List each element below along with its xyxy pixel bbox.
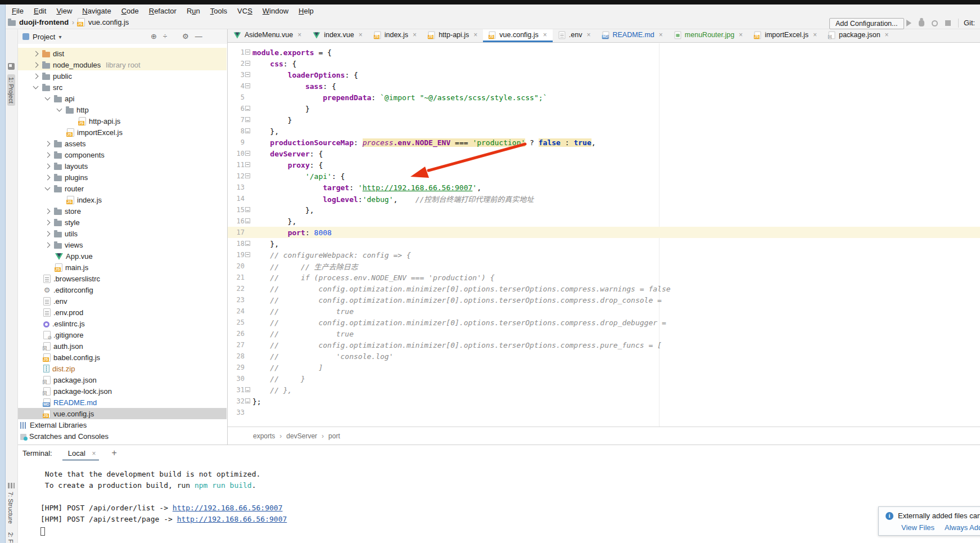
debug-icon[interactable] <box>919 20 924 26</box>
close-icon[interactable]: × <box>92 450 96 457</box>
tree-item-package-json[interactable]: package.json <box>18 374 227 385</box>
tree-item-gitignore[interactable]: .gitignore <box>18 329 227 340</box>
close-icon[interactable]: × <box>739 31 743 39</box>
chevron-right-icon[interactable] <box>33 62 39 68</box>
close-icon[interactable]: × <box>659 31 663 39</box>
tree-item-eslintrc-js[interactable]: .eslintrc.js <box>18 318 227 329</box>
locate-file-icon[interactable]: ⊕ <box>151 32 157 41</box>
close-icon[interactable]: × <box>297 31 301 39</box>
tree-item-editorconfig[interactable]: .editorconfig <box>18 284 227 295</box>
tree-item-api[interactable]: api <box>18 93 227 104</box>
menu-run[interactable]: Run <box>182 7 205 15</box>
tree-item-node-modules[interactable]: node_moduleslibrary root <box>18 59 227 70</box>
tree-item-main-js[interactable]: main.js <box>18 262 227 273</box>
tree-item-http-api-js[interactable]: http-api.js <box>18 115 227 127</box>
chevron-right-icon[interactable] <box>45 141 51 146</box>
collapse-all-icon[interactable]: ÷ <box>163 32 167 41</box>
chevron-right-icon[interactable] <box>45 174 51 180</box>
tree-item-style[interactable]: style <box>18 217 227 228</box>
code-editor[interactable]: 1module.exports = {2 css: {3 loaderOptio… <box>228 43 980 427</box>
project-tree[interactable]: distnode_moduleslibrary rootpublicsrcapi… <box>18 44 227 445</box>
git-branch-widget[interactable]: Git: <box>964 19 975 27</box>
tree-item-src[interactable]: src <box>18 82 227 93</box>
sidebar-item-project[interactable]: 1: Project <box>7 74 15 106</box>
terminal-output[interactable]: Note that the development build is not o… <box>18 463 980 543</box>
tree-item-index-js[interactable]: index.js <box>18 194 227 205</box>
terminal-tab-local[interactable]: Local × <box>67 449 97 457</box>
always-add-link[interactable]: Always Add <box>945 523 980 532</box>
tree-item-router[interactable]: router <box>18 183 227 194</box>
view-files-link[interactable]: View Files <box>901 523 934 532</box>
fold-marker[interactable] <box>245 398 250 403</box>
fold-marker[interactable] <box>245 218 250 223</box>
fold-marker[interactable] <box>245 241 250 246</box>
project-panel-title[interactable]: Project <box>33 33 55 41</box>
menu-edit[interactable]: Edit <box>29 7 51 15</box>
chevron-right-icon[interactable] <box>45 231 51 236</box>
menu-file[interactable]: File <box>7 7 29 15</box>
fold-marker[interactable] <box>245 387 250 392</box>
editor-tab-http-api-js[interactable]: http-api.js× <box>422 29 483 42</box>
fold-marker[interactable] <box>245 207 250 212</box>
close-icon[interactable]: × <box>813 31 817 39</box>
tree-item-assets[interactable]: assets <box>18 138 227 149</box>
editor-tab-asidemenu-vue[interactable]: AsideMenu.vue× <box>228 29 307 42</box>
terminal-link[interactable]: http://192.168.66.56:9007 <box>177 515 287 523</box>
coverage-icon[interactable] <box>932 20 938 26</box>
tree-item-public[interactable]: public <box>18 70 227 82</box>
chevron-right-icon[interactable] <box>45 242 51 248</box>
breadcrumb-file[interactable]: vue.config.js <box>88 18 129 26</box>
fold-marker[interactable] <box>245 173 250 178</box>
menu-view[interactable]: View <box>51 7 77 15</box>
editor-tab-menurouter-jpg[interactable]: menuRouter.jpg× <box>669 29 748 42</box>
breadcrumb-item-devserver[interactable]: devServer <box>286 432 317 440</box>
fold-marker[interactable] <box>245 151 250 156</box>
tree-item-importexcel-js[interactable]: importExcel.js <box>18 127 227 138</box>
tree-item-babel-config-js[interactable]: babel.config.js <box>18 352 227 363</box>
editor-tab-vue-config-js[interactable]: vue.config.js× <box>483 29 553 42</box>
tree-item-plugins[interactable]: plugins <box>18 172 227 183</box>
close-icon[interactable]: × <box>473 31 477 39</box>
close-icon[interactable]: × <box>413 31 417 39</box>
fold-marker[interactable] <box>245 83 250 88</box>
breadcrumb-item-exports[interactable]: exports <box>253 432 275 440</box>
tree-item-env-prod[interactable]: .env.prod <box>18 307 227 318</box>
fold-marker[interactable] <box>245 50 250 55</box>
breadcrumb-item-port[interactable]: port <box>328 432 340 440</box>
chevron-right-icon[interactable] <box>45 219 51 225</box>
new-terminal-icon[interactable]: + <box>111 448 116 458</box>
tree-item-dist-zip[interactable]: dist.zip <box>18 363 227 374</box>
terminal-link[interactable]: http://192.168.66.56:9007 <box>173 504 283 512</box>
tree-item-app-vue[interactable]: App.vue <box>18 250 227 262</box>
gear-icon[interactable]: ⚙ <box>182 32 189 41</box>
chevron-right-icon[interactable] <box>45 163 51 169</box>
chevron-right-icon[interactable] <box>45 208 51 214</box>
tree-item-package-lock-json[interactable]: package-lock.json <box>18 385 227 397</box>
chevron-right-icon[interactable] <box>33 73 39 79</box>
tree-item-dist[interactable]: dist <box>18 48 227 59</box>
editor-tab-index-js[interactable]: index.js× <box>368 29 422 42</box>
tree-item-utils[interactable]: utils <box>18 228 227 239</box>
menu-code[interactable]: Code <box>116 7 144 15</box>
run-icon[interactable] <box>906 20 911 26</box>
chevron-right-icon[interactable] <box>33 51 39 56</box>
tree-item-browserslistrc[interactable]: .browserslistrc <box>18 273 227 284</box>
menu-window[interactable]: Window <box>258 7 293 15</box>
add-configuration-button[interactable]: Add Configuration... <box>829 18 904 29</box>
editor-tab-package-json[interactable]: package.json× <box>823 29 895 42</box>
editor-tab-index-vue[interactable]: index.vue× <box>307 29 368 42</box>
tree-item-store[interactable]: store <box>18 205 227 217</box>
close-icon[interactable]: × <box>586 31 590 39</box>
chevron-down-icon[interactable] <box>33 84 39 89</box>
chevron-down-icon[interactable] <box>45 95 51 101</box>
editor-tab-env[interactable]: .env× <box>553 29 597 42</box>
tree-item-scratches-and-consoles[interactable]: Scratches and Consoles <box>18 430 227 442</box>
chevron-right-icon[interactable] <box>45 152 51 158</box>
tree-item-readme-md[interactable]: README.md <box>18 397 227 408</box>
tree-item-vue-config-js[interactable]: vue.config.js <box>18 408 227 419</box>
tree-item-http[interactable]: http <box>18 104 227 115</box>
tree-item-layouts[interactable]: layouts <box>18 160 227 172</box>
fold-marker[interactable] <box>245 128 250 133</box>
menu-help[interactable]: Help <box>293 7 319 15</box>
hide-panel-icon[interactable]: — <box>195 32 202 41</box>
